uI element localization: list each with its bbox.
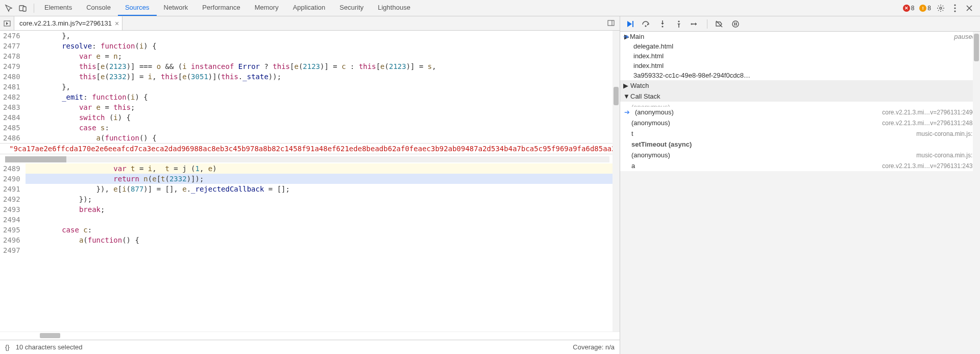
tab-console[interactable]: Console <box>79 0 118 16</box>
settings-icon[interactable] <box>936 4 945 13</box>
watch-section-header[interactable]: ▶Watch <box>620 80 980 91</box>
resume-icon[interactable] <box>625 19 634 29</box>
thread-page[interactable]: 3a959332-cc1c-49e8-98ef-294f0cdc8… <box>620 70 980 80</box>
step-into-icon[interactable] <box>658 19 667 29</box>
tab-performance[interactable]: Performance <box>195 0 247 16</box>
svg-point-2 <box>940 7 942 9</box>
svg-point-13 <box>732 21 739 27</box>
deactivate-breakpoints-icon[interactable] <box>715 19 724 29</box>
step-icon[interactable] <box>691 19 700 29</box>
inspect-icon[interactable] <box>4 4 13 13</box>
tab-security[interactable]: Security <box>332 0 371 16</box>
svg-rect-8 <box>632 21 633 27</box>
code-editor[interactable]: 2476247724782479248024812482248324842485… <box>0 31 620 332</box>
tooltip-scrollbar[interactable] <box>5 156 609 162</box>
thread-page[interactable]: index.html <box>620 51 980 61</box>
editor-status-bar: {} 10 characters selected Coverage: n/a <box>0 340 620 354</box>
coverage-status: Coverage: n/a <box>573 343 615 351</box>
error-count: 8 <box>911 5 915 12</box>
thread-page[interactable]: delegate.html <box>620 41 980 51</box>
svg-rect-1 <box>23 7 26 11</box>
tab-network[interactable]: Network <box>157 0 195 16</box>
warning-count: 8 <box>927 5 931 12</box>
file-tab[interactable]: core.v2.21.3.min.js?v=2796131 × <box>14 16 122 30</box>
debugger-sidebar: ▶➔Mainpauseddelegate.htmlindex.htmlindex… <box>620 16 980 354</box>
file-tab-close-icon[interactable]: × <box>115 19 119 28</box>
svg-point-12 <box>691 23 692 25</box>
close-devtools-icon[interactable] <box>965 4 974 13</box>
async-boundary: setTimeout (async) <box>620 139 980 150</box>
value-tooltip: "9ca17ae2e6ffcda170e2e6eeafcd7ca3eca2dad… <box>0 143 620 154</box>
device-toolbar-icon[interactable] <box>18 4 28 13</box>
callstack-section-header[interactable]: ▼Call Stack <box>620 91 980 102</box>
svg-point-4 <box>954 7 955 9</box>
sidebar-vertical-scrollbar[interactable] <box>973 32 980 354</box>
kebab-menu-icon[interactable] <box>950 4 960 13</box>
svg-point-11 <box>678 20 679 22</box>
tab-lighthouse[interactable]: Lighthouse <box>371 0 418 16</box>
callstack-frame[interactable]: (anonymous)music-corona.min.js:1 <box>620 150 980 160</box>
tab-elements[interactable]: Elements <box>37 0 79 16</box>
thread-page[interactable]: index.html <box>620 61 980 70</box>
file-tab-name: core.v2.21.3.min.js?v=2796131 <box>19 19 112 27</box>
tab-sources[interactable]: Sources <box>118 0 157 16</box>
line-number-gutter: 2476247724782479248024812482248324842485… <box>0 31 26 332</box>
debugger-sidebar-toggle-icon[interactable] <box>606 18 616 28</box>
pretty-print-toggle[interactable]: {} <box>5 343 10 351</box>
debugger-toolbar <box>620 16 980 32</box>
svg-point-10 <box>662 26 663 27</box>
selection-status: 10 characters selected <box>16 343 83 351</box>
svg-rect-7 <box>608 20 614 26</box>
callstack-frame[interactable]: (anonymous)core.v2.21.3.mi…v=2796131:248… <box>620 117 980 128</box>
svg-point-5 <box>954 10 955 12</box>
devtools-tabs-row: Elements Console Sources Network Perform… <box>0 0 980 16</box>
callstack-frame[interactable]: tmusic-corona.min.js:1 <box>620 128 980 139</box>
svg-rect-15 <box>736 22 737 26</box>
thread-main[interactable]: ▶➔Mainpaused <box>620 32 980 41</box>
panel-tabs: Elements Console Sources Network Perform… <box>37 0 418 16</box>
file-tab-bar: core.v2.21.3.min.js?v=2796131 × <box>0 16 620 31</box>
editor-vertical-scrollbar[interactable] <box>612 31 620 332</box>
error-badge[interactable]: ✕8 <box>903 5 915 12</box>
callstack-frame[interactable]: ➔(anonymous)core.v2.21.3.mi…v=2796131:24… <box>620 107 980 117</box>
callstack-frame[interactable]: acore.v2.21.3.mi…v=2796131:2439 <box>620 160 980 171</box>
warning-badge[interactable]: !8 <box>919 5 931 12</box>
svg-point-3 <box>954 4 955 6</box>
tab-application[interactable]: Application <box>286 0 333 16</box>
svg-point-9 <box>645 25 646 27</box>
step-out-icon[interactable] <box>674 19 683 29</box>
editor-horizontal-scrollbar[interactable] <box>0 332 620 340</box>
pause-on-exceptions-icon[interactable] <box>731 19 740 29</box>
svg-rect-14 <box>734 22 736 26</box>
callstack-frame[interactable]: (anonymous) <box>620 102 980 107</box>
step-over-icon[interactable] <box>642 19 651 29</box>
navigator-toggle-icon[interactable] <box>0 16 14 30</box>
tab-memory[interactable]: Memory <box>248 0 286 16</box>
